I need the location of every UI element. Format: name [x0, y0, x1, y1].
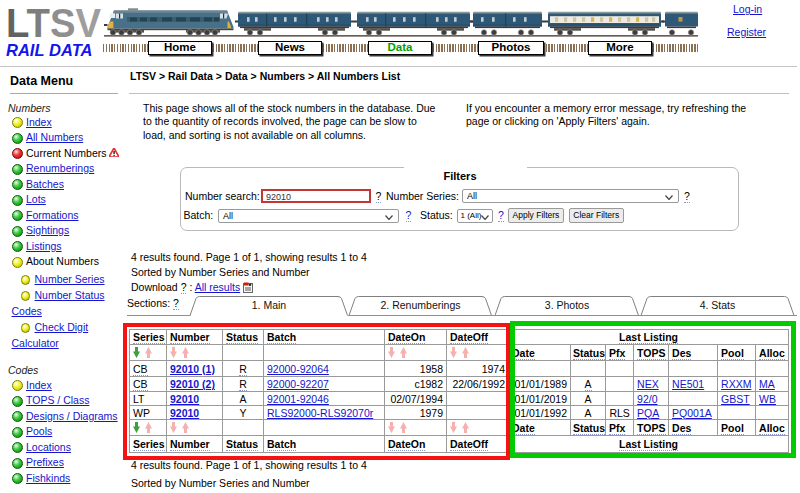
svg-text:LTSV: LTSV [6, 7, 101, 38]
svg-text:4. Stats: 4. Stats [700, 299, 736, 311]
svg-text:1. Main: 1. Main [252, 299, 287, 311]
svg-text:2. Renumberings: 2. Renumberings [381, 299, 461, 311]
svg-text:3. Photos: 3. Photos [545, 299, 589, 311]
